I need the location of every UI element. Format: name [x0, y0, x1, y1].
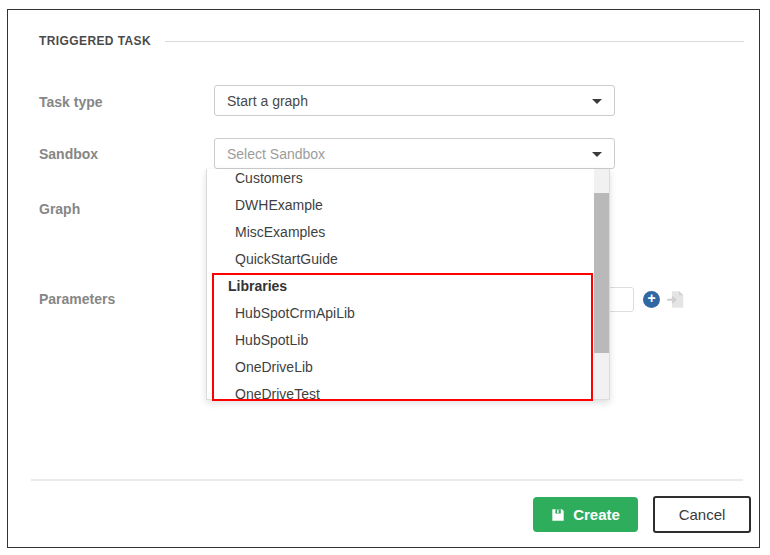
dropdown-scrollbar-track[interactable] — [594, 169, 609, 399]
dropdown-option-dwhexample[interactable]: DWHExample — [207, 192, 594, 219]
sandbox-label: Sandbox — [39, 146, 98, 162]
sandbox-select[interactable]: Select Sandbox — [214, 138, 615, 169]
dropdown-option-customers[interactable]: Customers — [207, 169, 594, 192]
dropdown-option-miscexamples[interactable]: MiscExamples — [207, 219, 594, 246]
triggered-task-dialog: TRIGGERED TASK Task type Start a graph S… — [7, 9, 760, 548]
save-icon — [551, 508, 565, 522]
task-type-select[interactable]: Start a graph — [214, 85, 615, 116]
section-header: TRIGGERED TASK — [39, 34, 744, 48]
screenshot-stage: TRIGGERED TASK Task type Start a graph S… — [0, 0, 770, 555]
create-button-label: Create — [573, 506, 620, 523]
sandbox-dropdown-panel: Customers DWHExample MiscExamples QuickS… — [206, 169, 610, 400]
cancel-button-label: Cancel — [679, 506, 726, 523]
dropdown-group-libraries: Libraries — [207, 273, 594, 300]
import-parameters-button[interactable] — [666, 290, 685, 309]
caret-down-icon — [592, 152, 602, 157]
sandbox-placeholder: Select Sandbox — [227, 146, 325, 162]
graph-label: Graph — [39, 201, 80, 217]
plus-icon: + — [647, 290, 655, 306]
section-title: TRIGGERED TASK — [39, 34, 151, 48]
cancel-button[interactable]: Cancel — [653, 496, 751, 533]
dropdown-option-quickstartguide[interactable]: QuickStartGuide — [207, 246, 594, 273]
add-parameter-button[interactable]: + — [643, 291, 660, 308]
create-button[interactable]: Create — [533, 497, 638, 532]
dropdown-option-onedrivetest[interactable]: OneDriveTest — [207, 381, 594, 400]
dropdown-option-onedrivelib[interactable]: OneDriveLib — [207, 354, 594, 381]
task-type-value: Start a graph — [227, 93, 308, 109]
dropdown-scrollbar-thumb[interactable] — [594, 193, 609, 353]
import-file-icon — [666, 290, 685, 309]
section-divider — [165, 41, 744, 42]
dropdown-option-hubspotlib[interactable]: HubSpotLib — [207, 327, 594, 354]
dropdown-option-hubspotcrmapilib[interactable]: HubSpotCrmApiLib — [207, 300, 594, 327]
parameters-label: Parameters — [39, 291, 115, 307]
sandbox-dropdown-list: Customers DWHExample MiscExamples QuickS… — [207, 169, 594, 400]
footer-divider — [31, 479, 743, 481]
caret-down-icon — [592, 99, 602, 104]
task-type-label: Task type — [39, 94, 103, 110]
